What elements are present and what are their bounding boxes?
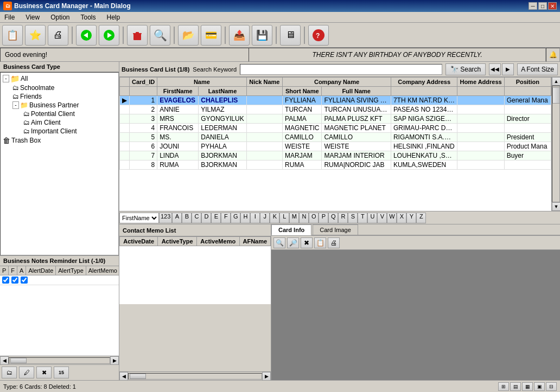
table-row[interactable]: 3 MRS GYONGYILUK PALMA PALMA PLUSZ KFT S… xyxy=(120,114,551,124)
alpha-c[interactable]: C xyxy=(192,213,201,223)
alpha-b[interactable]: B xyxy=(182,213,192,223)
alpha-h[interactable]: H xyxy=(240,213,250,223)
alpha-n[interactable]: N xyxy=(299,213,309,223)
alpha-o[interactable]: O xyxy=(309,213,319,223)
table-row[interactable]: 2 ANNIE YILMAZ TURCAN TURCAN UNUSUAL DES… xyxy=(120,105,551,114)
monitor-button[interactable]: 🖥 xyxy=(280,25,301,46)
nav-left-btn[interactable]: ◀◀ xyxy=(489,63,501,75)
table-row[interactable]: 7 LINDA BJORKMAN MARJAM MARJAM INTERIOR … xyxy=(120,151,551,160)
alpha-k[interactable]: K xyxy=(270,213,279,223)
delete-button[interactable] xyxy=(127,25,148,46)
menu-option[interactable]: Option xyxy=(48,13,72,22)
cards-button[interactable]: 💳 xyxy=(201,25,221,46)
checkbox-a[interactable] xyxy=(21,277,28,284)
view-btn-5[interactable]: ⊟ xyxy=(546,382,557,391)
tree-item-schoolmate[interactable]: 🗂 Schoolmate xyxy=(2,83,117,92)
prev-button[interactable] xyxy=(76,25,97,46)
open-button[interactable]: 📂 xyxy=(178,25,199,46)
maximize-button[interactable]: □ xyxy=(538,2,547,10)
help-button[interactable]: ? xyxy=(308,25,329,46)
table-row[interactable]: 6 JOUNI PYHALA WEISTE WEISTE HELSINKI ,F… xyxy=(120,142,551,151)
view-btn-1[interactable]: ⊞ xyxy=(498,382,509,391)
bell-icon[interactable]: 🔔 xyxy=(546,48,560,62)
alpha-e[interactable]: E xyxy=(211,213,221,223)
scroll-up-btn[interactable]: ▲ xyxy=(552,77,560,86)
new-card-button[interactable]: 📋 xyxy=(2,25,23,46)
menu-file[interactable]: File xyxy=(2,13,17,22)
table-row[interactable]: ▶ 1 EVAGELOS CHALEPLIS FYLLIANA FYLLIANA… xyxy=(120,96,551,105)
card-list-vscroll[interactable]: ▲ ▼ xyxy=(551,77,560,211)
collapse-all[interactable]: - xyxy=(3,75,9,82)
notes-btn-1[interactable]: 🗂 xyxy=(2,367,17,378)
alpha-q[interactable]: Q xyxy=(328,213,338,223)
tab-card-image[interactable]: Card Image xyxy=(313,224,358,235)
alpha-z[interactable]: Z xyxy=(416,213,426,223)
collapse-business-partner[interactable]: - xyxy=(12,101,19,109)
zoom-out-btn[interactable]: 🔍 xyxy=(273,237,285,248)
alpha-s[interactable]: S xyxy=(348,213,358,223)
col-card-id[interactable]: Card_ID xyxy=(130,78,157,87)
alpha-v[interactable]: V xyxy=(377,213,387,223)
tree-item-potential-client[interactable]: 🗂 Potential Client xyxy=(2,110,117,118)
col-fullname[interactable]: Full Name xyxy=(322,87,391,96)
alpha-i[interactable]: I xyxy=(250,213,260,223)
alpha-r[interactable]: R xyxy=(338,213,348,223)
scroll-v-thumb[interactable] xyxy=(552,87,560,104)
contact-scroll-right[interactable]: ▶ xyxy=(262,372,271,381)
scroll-down-btn[interactable]: ▼ xyxy=(552,202,560,211)
scroll-left-btn[interactable]: ◀ xyxy=(0,356,9,365)
favorite-button[interactable]: ⭐ xyxy=(25,25,46,46)
view-btn-2[interactable]: ▤ xyxy=(510,382,521,391)
zoom-in-btn[interactable]: 🔎 xyxy=(287,237,299,248)
alpha-g[interactable]: G xyxy=(231,213,240,223)
alpha-u[interactable]: U xyxy=(367,213,377,223)
view-btn-4[interactable]: ▣ xyxy=(534,382,545,391)
search-button[interactable]: 🔍 xyxy=(150,25,170,46)
print-preview-btn[interactable]: 🖨 xyxy=(328,237,340,248)
col-company-addr[interactable]: Company Address xyxy=(391,78,457,87)
col-position[interactable]: Position xyxy=(504,78,551,87)
next-button[interactable] xyxy=(99,25,119,46)
checkbox-f[interactable] xyxy=(11,277,18,284)
close-button[interactable]: ✕ xyxy=(548,2,557,10)
font-size-button[interactable]: A Font Size xyxy=(517,63,558,75)
col-activememo[interactable]: ActiveMemo xyxy=(196,237,239,246)
col-lastname[interactable]: LastName xyxy=(199,87,246,96)
col-shortname[interactable]: Short Name xyxy=(283,87,322,96)
nav-right-btn[interactable]: ▶ xyxy=(502,63,514,75)
tree-item-business-partner[interactable]: - 📁 Business Partner xyxy=(2,101,117,110)
table-row[interactable]: 5 MS. DANIELA CAMILLO CAMILLO RIGAMONTI … xyxy=(120,133,551,142)
alpha-t[interactable]: T xyxy=(358,213,367,223)
close-preview-btn[interactable]: ✖ xyxy=(301,237,313,248)
alpha-j[interactable]: J xyxy=(260,213,270,223)
notes-btn-2[interactable]: 🖊 xyxy=(19,367,34,378)
alpha-p[interactable]: P xyxy=(319,213,328,223)
alpha-select[interactable]: FirstName LastName NickName xyxy=(119,213,159,223)
search-input[interactable] xyxy=(240,64,442,75)
col-activetype[interactable]: ActiveType xyxy=(158,237,196,246)
minimize-button[interactable]: ─ xyxy=(529,2,537,10)
col-home-addr[interactable]: Home Address xyxy=(457,78,504,87)
alpha-f[interactable]: F xyxy=(221,213,231,223)
tree-item-trash[interactable]: 🗑 Trash Box xyxy=(2,136,117,145)
tree-item-important-client[interactable]: 🗂 Important Client xyxy=(2,127,117,136)
tree-item-friends[interactable]: 🗂 Friends xyxy=(2,92,117,101)
notes-btn-3[interactable]: ✖ xyxy=(36,367,52,378)
col-nickname[interactable]: Nick Name xyxy=(246,78,282,87)
table-row[interactable]: 8 RUMA BJORKMAN RUMA RUMA|NORDIC JAB KUM… xyxy=(120,160,551,170)
print-button[interactable]: 🖨 xyxy=(48,25,68,46)
alpha-m[interactable]: M xyxy=(289,213,299,223)
export-button[interactable]: 📤 xyxy=(229,25,250,46)
notes-scrollbar-h[interactable]: ◀ ▶ xyxy=(0,356,119,364)
contact-memo-hscroll[interactable]: ◀ ▶ xyxy=(119,371,271,380)
menu-view[interactable]: View xyxy=(23,13,42,22)
alpha-d[interactable]: D xyxy=(201,213,211,223)
alpha-a[interactable]: A xyxy=(172,213,182,223)
col-company[interactable]: Company Name xyxy=(283,78,391,87)
window-controls[interactable]: ─ □ ✕ xyxy=(529,2,557,10)
col-afname[interactable]: AFName xyxy=(239,237,270,246)
copy-btn[interactable]: 📋 xyxy=(314,237,326,248)
alpha-w[interactable]: W xyxy=(387,213,397,223)
alpha-y[interactable]: Y xyxy=(406,213,416,223)
col-name[interactable]: Name xyxy=(157,78,246,87)
